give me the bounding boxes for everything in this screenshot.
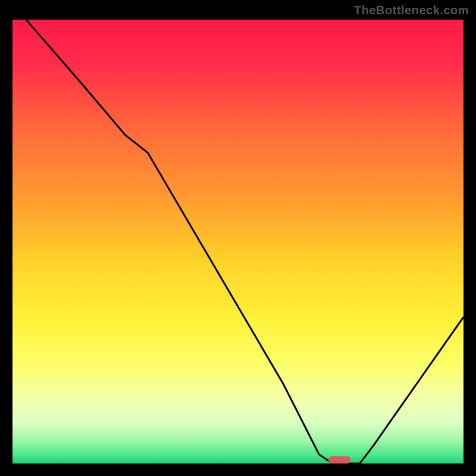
chart-svg bbox=[12, 20, 464, 464]
watermark-label: TheBottleneck.com bbox=[354, 4, 469, 17]
plot-area bbox=[11, 18, 465, 465]
figure-root: TheBottleneck.com bbox=[0, 0, 476, 476]
gradient-background bbox=[12, 20, 464, 464]
target-marker bbox=[328, 456, 351, 464]
